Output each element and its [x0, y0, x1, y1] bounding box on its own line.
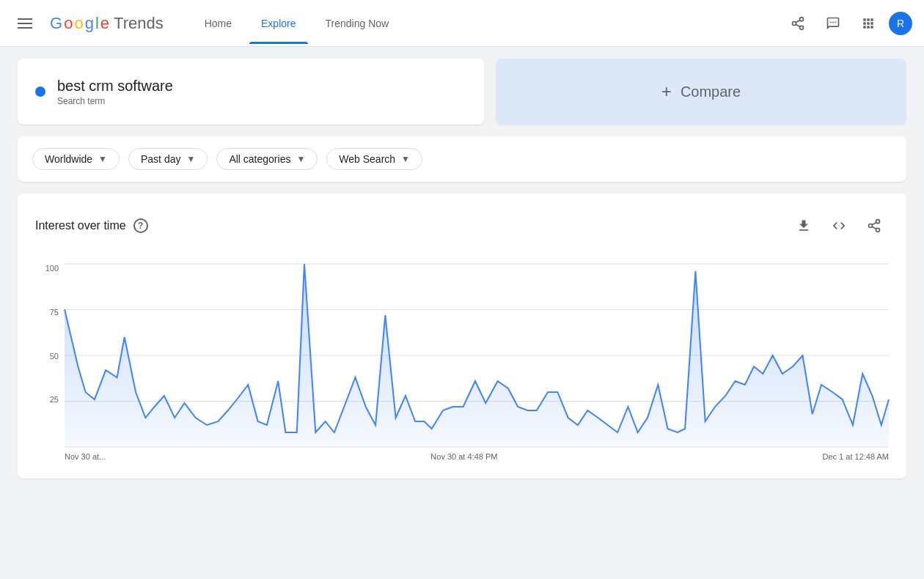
time-filter-label: Past day — [141, 153, 180, 165]
category-dropdown-arrow: ▼ — [296, 154, 305, 164]
y-axis-labels: 100 75 50 25 — [35, 264, 65, 439]
category-filter-label: All categories — [229, 153, 290, 165]
chart-share-button[interactable] — [859, 211, 889, 240]
x-label-start: Nov 30 at... — [65, 452, 106, 461]
logo-letter-o2: o — [74, 14, 83, 33]
x-axis-labels: Nov 30 at... Nov 30 at 4:48 PM Dec 1 at … — [65, 449, 889, 461]
hamburger-menu[interactable] — [12, 12, 38, 34]
apps-icon — [861, 16, 876, 31]
share-icon-button[interactable] — [783, 9, 813, 38]
search-type-dropdown-arrow: ▼ — [401, 154, 410, 164]
nav-item-home[interactable]: Home — [193, 3, 243, 44]
svg-point-2 — [800, 26, 804, 29]
x-label-end: Dec 1 at 12:48 AM — [823, 452, 890, 461]
main-nav: Home Explore Trending Now — [193, 3, 400, 44]
logo-letter-o1: o — [64, 14, 73, 33]
apps-icon-button[interactable] — [854, 9, 883, 38]
geo-dropdown-arrow: ▼ — [98, 154, 107, 164]
interest-over-time-card: Interest over time ? — [18, 193, 906, 479]
svg-rect-6 — [832, 21, 834, 23]
svg-line-3 — [796, 24, 800, 26]
chart-embed-button[interactable] — [824, 211, 854, 240]
y-label-50: 50 — [50, 352, 59, 361]
geo-filter-label: Worldwide — [45, 153, 92, 165]
search-type-filter[interactable]: Web Search ▼ — [326, 148, 422, 170]
svg-line-4 — [796, 20, 800, 22]
feedback-icon — [826, 16, 840, 31]
chart-header: Interest over time ? — [35, 211, 889, 240]
category-filter[interactable]: All categories ▼ — [216, 148, 318, 170]
svg-line-11 — [872, 226, 876, 229]
svg-point-8 — [876, 220, 880, 224]
chart-download-button[interactable] — [789, 211, 818, 240]
compare-plus-icon: + — [661, 81, 672, 102]
svg-rect-5 — [830, 21, 832, 23]
svg-point-1 — [793, 21, 796, 25]
google-trends-logo: Google Trends — [50, 14, 164, 33]
chart-title: Interest over time — [35, 219, 126, 232]
svg-point-10 — [876, 228, 880, 232]
svg-line-12 — [872, 222, 876, 224]
y-label-100: 100 — [45, 264, 59, 273]
share-icon — [791, 16, 805, 31]
logo-letter-g2: g — [85, 14, 94, 33]
chart-svg-area: Nov 30 at... Nov 30 at 4:48 PM Dec 1 at … — [65, 264, 889, 461]
logo-letter-e: e — [100, 14, 109, 33]
nav-item-trending-now[interactable]: Trending Now — [314, 3, 401, 44]
download-icon — [796, 218, 811, 233]
chart-body: 100 75 50 25 — [35, 264, 889, 461]
header: Google Trends Home Explore Trending Now — [0, 0, 924, 47]
search-type-label: Search term — [57, 96, 173, 106]
header-left: Google Trends Home Explore Trending Now — [12, 3, 400, 44]
header-right: R — [783, 9, 912, 38]
filters-bar: Worldwide ▼ Past day ▼ All categories ▼ … — [18, 136, 906, 182]
search-dot-indicator — [35, 86, 45, 97]
time-dropdown-arrow: ▼ — [186, 154, 195, 164]
svg-rect-7 — [835, 21, 837, 23]
nav-item-explore[interactable]: Explore — [249, 3, 307, 44]
compare-label-text: Compare — [681, 84, 741, 100]
feedback-icon-button[interactable] — [818, 9, 848, 38]
compare-card[interactable]: + Compare — [496, 59, 906, 125]
search-term-card: best crm software Search term — [18, 59, 484, 125]
geo-filter[interactable]: Worldwide ▼ — [32, 148, 120, 170]
svg-point-0 — [800, 17, 804, 21]
search-type-filter-label: Web Search — [339, 153, 395, 165]
search-text-group: best crm software Search term — [57, 78, 173, 106]
trend-line-chart — [65, 264, 889, 447]
chart-share-icon — [867, 218, 881, 233]
main-content: best crm software Search term + Compare … — [0, 47, 924, 490]
logo-letter-g: G — [50, 14, 62, 33]
chart-title-row: Interest over time ? — [35, 218, 148, 233]
time-filter[interactable]: Past day ▼ — [128, 148, 208, 170]
x-label-mid: Nov 30 at 4:48 PM — [430, 452, 497, 461]
chart-help-icon[interactable]: ? — [133, 218, 148, 233]
embed-icon — [832, 218, 846, 233]
logo-letter-l: l — [95, 14, 99, 33]
y-label-75: 75 — [50, 308, 59, 317]
search-term-text: best crm software — [57, 78, 173, 95]
y-label-25: 25 — [50, 395, 59, 404]
avatar[interactable]: R — [889, 12, 912, 35]
svg-point-9 — [869, 224, 873, 228]
chart-container: 100 75 50 25 — [35, 264, 889, 461]
logo-trends-text: Trends — [114, 14, 164, 33]
search-compare-row: best crm software Search term + Compare — [18, 59, 906, 125]
chart-actions — [789, 211, 889, 240]
